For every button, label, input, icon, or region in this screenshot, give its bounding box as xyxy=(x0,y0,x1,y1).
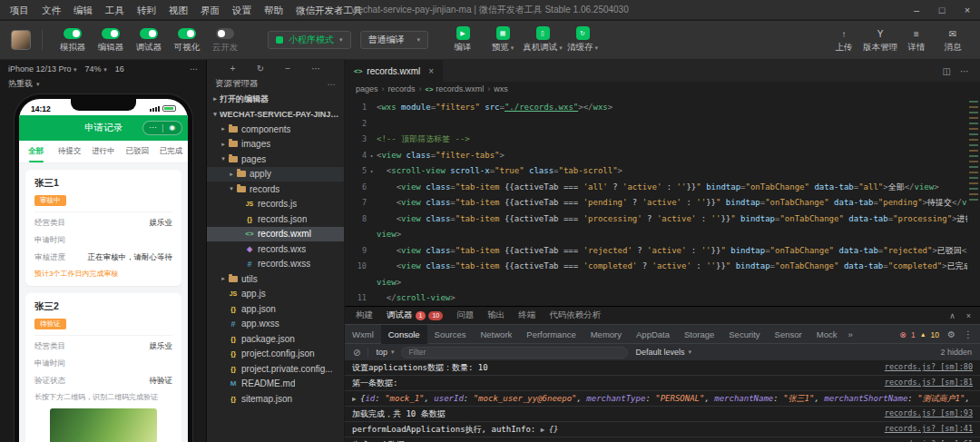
tree-item[interactable]: ▸utils xyxy=(207,271,344,287)
menu-item[interactable]: 工具 xyxy=(99,0,131,20)
avatar[interactable] xyxy=(11,30,31,50)
toolbar-action-button[interactable]: ▶编译 xyxy=(443,26,483,54)
source-link[interactable]: records.js? [sm]:93 xyxy=(885,408,973,417)
toolbar-action-button[interactable]: Y版本管理 xyxy=(862,27,898,54)
tree-item[interactable]: {}package.json xyxy=(207,331,344,347)
mini-tab[interactable]: 全部 xyxy=(19,141,53,162)
devtools-tab[interactable]: Security xyxy=(721,325,767,344)
devtools-tab[interactable]: Storage xyxy=(677,325,721,344)
maximize-button[interactable]: □ xyxy=(929,0,955,20)
expand-arrow-icon[interactable]: ▶ xyxy=(541,426,549,434)
compile-mode-select[interactable]: 普通编译 ▾ xyxy=(360,31,429,49)
fold-icon[interactable]: ▾ xyxy=(367,163,377,180)
hot-reload-control[interactable]: 热重载 ▾ xyxy=(0,77,206,91)
tree-item[interactable]: {}sitemap.json xyxy=(207,391,344,407)
toolbar-action-button[interactable]: ↑上传 xyxy=(826,27,862,54)
menu-item[interactable]: 设置 xyxy=(226,0,258,20)
panel-tab[interactable]: 输出 xyxy=(487,309,505,321)
close-panel-icon[interactable]: × xyxy=(966,311,971,320)
collapse-panel-icon[interactable]: ∧ xyxy=(949,311,956,320)
qr-code-image[interactable] xyxy=(50,408,157,442)
toolbar-toggle[interactable]: 云开发 xyxy=(206,26,244,54)
toolbar-toggle[interactable]: 可视化 xyxy=(168,26,206,54)
menu-item[interactable]: 视图 xyxy=(162,0,194,20)
close-capsule-icon[interactable]: ◉ xyxy=(163,122,182,134)
devtools-tab[interactable]: Network xyxy=(473,325,519,344)
tree-item[interactable]: JSapp.js xyxy=(207,287,344,302)
minimap[interactable] xyxy=(967,98,980,306)
refresh-explorer-icon[interactable]: ↻ xyxy=(257,64,264,74)
console-filter-input[interactable] xyxy=(401,347,628,359)
toolbar-action-button[interactable]: ▦预览▾ xyxy=(483,26,523,54)
panel-tab[interactable]: 调试器110 xyxy=(387,309,443,321)
mini-tab[interactable]: 已完成 xyxy=(154,141,188,162)
collapse-folders-icon[interactable]: − xyxy=(285,64,290,74)
menu-item[interactable]: 文件 xyxy=(35,0,67,20)
panel-tab[interactable]: 代码依赖分析 xyxy=(549,309,601,321)
tree-item[interactable]: ▸打开的编辑器 xyxy=(207,92,344,107)
toolbar-action-button[interactable]: ≡详情 xyxy=(898,27,935,54)
devtools-tab[interactable]: Console xyxy=(381,325,427,344)
toolbar-toggle[interactable]: 调试器 xyxy=(130,26,168,54)
tree-item[interactable]: {}project.config.json xyxy=(207,347,344,362)
breadcrumb-item[interactable]: <>records.wxml xyxy=(426,84,485,93)
menu-item[interactable]: 帮助 xyxy=(258,0,289,20)
toolbar-action-button[interactable]: ↻清缓存▾ xyxy=(563,26,603,54)
close-button[interactable]: × xyxy=(955,0,980,20)
source-link[interactable]: records.js? [sm]:41 xyxy=(885,424,973,433)
menu-item[interactable]: 编辑 xyxy=(67,0,99,20)
panel-tab[interactable]: 终端 xyxy=(518,309,535,321)
source-link[interactable]: records.js? [sm]:81 xyxy=(885,378,973,387)
more-options-icon[interactable]: ⋯ xyxy=(190,64,198,74)
fold-icon[interactable]: ▾ xyxy=(367,148,377,164)
tree-item[interactable]: #records.wxss xyxy=(207,257,344,272)
log-levels-select[interactable]: Default levels ▾ xyxy=(635,348,691,357)
mini-tab[interactable]: 已驳回 xyxy=(121,141,154,162)
tree-item[interactable]: {}records.json xyxy=(207,211,344,227)
tree-item[interactable]: JSrecords.js xyxy=(207,197,344,212)
tree-item[interactable]: ▸apply xyxy=(207,167,344,182)
menu-item[interactable]: 项目 xyxy=(4,0,35,20)
mode-select[interactable]: 小程序模式 ▾ xyxy=(268,31,351,49)
toolbar-toggle[interactable]: 模拟器 xyxy=(54,26,92,54)
error-count[interactable]: 1 xyxy=(911,330,916,339)
devtools-tab[interactable]: Performance xyxy=(519,325,583,344)
settings-gear-icon[interactable]: ⚙ xyxy=(947,329,956,339)
device-select[interactable]: iPhone 12/13 Pro ▾ xyxy=(8,64,77,74)
tree-item[interactable]: <>records.wxml xyxy=(207,227,344,242)
context-select[interactable]: top ▾ xyxy=(376,348,394,357)
toolbar-action-button[interactable]: ▯真机调试▾ xyxy=(523,26,563,54)
more-actions-icon[interactable]: ⋯ xyxy=(328,79,337,89)
tree-item[interactable]: ▾records xyxy=(207,182,344,197)
devtools-tab[interactable]: Sources xyxy=(427,325,474,344)
breadcrumb-item[interactable]: pages xyxy=(356,84,378,93)
tree-item[interactable]: MREADME.md xyxy=(207,377,344,392)
menu-item[interactable]: 界面 xyxy=(194,0,226,20)
tree-item[interactable]: ◈records.wxs xyxy=(207,241,344,257)
source-link[interactable]: records.js? [sm]:80 xyxy=(885,362,973,371)
code-editor[interactable]: 1<wxs module="filters" src="./records.wx… xyxy=(345,98,967,306)
application-card[interactable]: 张三2待验证经营类目娱乐业申请时间验证状态待验证长按下方二维码，识别二维码完成验… xyxy=(25,293,181,442)
more-tabs-icon[interactable]: » xyxy=(844,329,856,339)
panel-tab[interactable]: 问题 xyxy=(456,309,474,321)
breadcrumb-item[interactable]: wxs xyxy=(494,84,508,93)
devtools-tab[interactable]: Wxml xyxy=(345,325,381,344)
tree-item[interactable]: ▸components xyxy=(207,122,344,137)
devtools-tab[interactable]: Mock xyxy=(809,325,845,344)
more-actions-icon[interactable]: ⋯ xyxy=(311,64,320,74)
tree-item[interactable]: ▸images xyxy=(207,137,344,152)
clear-console-icon[interactable]: ⊘ xyxy=(353,348,360,358)
os-version-select[interactable]: 16 xyxy=(115,64,124,74)
hidden-messages-count[interactable]: 2 hidden xyxy=(940,348,972,357)
devtools-tab[interactable]: AppData xyxy=(629,325,677,344)
editor-tab[interactable]: <> records.wxml × xyxy=(345,60,444,82)
tree-item[interactable]: {}app.json xyxy=(207,301,344,317)
more-actions-icon[interactable]: ⋯ xyxy=(960,66,969,76)
panel-tab[interactable]: 构建 xyxy=(356,309,373,321)
devtools-tab[interactable]: Sensor xyxy=(768,325,809,344)
tree-item[interactable]: #app.wxss xyxy=(207,317,344,332)
toolbar-toggle[interactable]: 编辑器 xyxy=(92,26,130,54)
more-menu-icon[interactable]: ⋯ xyxy=(143,122,162,134)
menu-item[interactable]: 转到 xyxy=(131,0,162,20)
toolbar-action-button[interactable]: ✉消息 xyxy=(935,27,971,54)
